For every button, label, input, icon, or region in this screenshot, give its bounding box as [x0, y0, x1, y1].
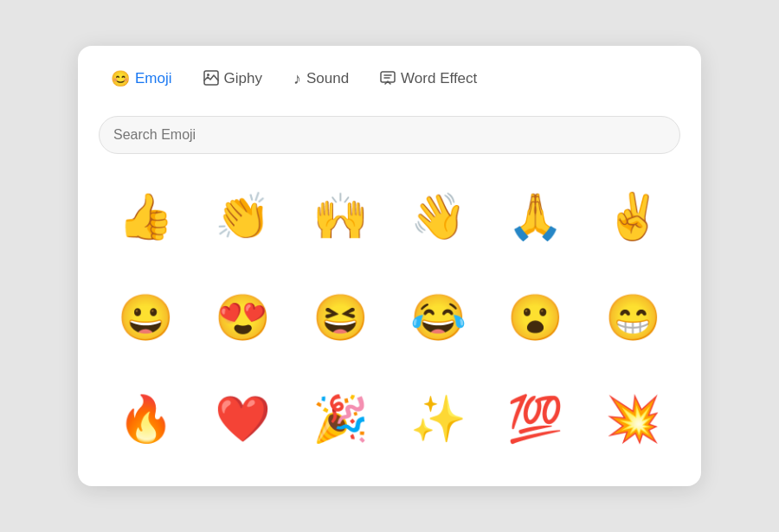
tab-bar: 😊 Emoji Giphy ♪ Sound [99, 63, 680, 102]
emoji-cell[interactable]: 😁 [586, 271, 680, 365]
emoji-cell[interactable]: 🙌 [293, 170, 388, 264]
emoji-tab-icon: 😊 [111, 71, 130, 87]
emoji-cell[interactable]: 👍 [99, 170, 193, 264]
emoji-cell[interactable]: 👋 [391, 170, 486, 264]
tab-word-effect[interactable]: Word Effect [368, 63, 489, 95]
emoji-cell[interactable]: 😀 [99, 271, 193, 365]
emoji-cell[interactable]: ❤️ [196, 371, 291, 465]
giphy-tab-icon [203, 70, 219, 88]
emoji-cell[interactable]: 🙏 [489, 170, 583, 264]
emoji-cell[interactable]: 😮 [489, 271, 583, 365]
emoji-cell[interactable]: 😍 [196, 271, 291, 365]
word-effect-tab-icon [380, 70, 396, 88]
sound-tab-icon: ♪ [293, 71, 301, 87]
sound-tab-label: Sound [306, 70, 349, 87]
emoji-cell[interactable]: 🔥 [99, 371, 193, 465]
tab-giphy[interactable]: Giphy [191, 63, 274, 95]
word-effect-tab-label: Word Effect [401, 70, 477, 87]
search-input[interactable] [99, 116, 680, 154]
emoji-cell[interactable]: 💯 [489, 371, 583, 465]
svg-rect-2 [381, 72, 395, 82]
tab-sound[interactable]: ♪ Sound [281, 63, 361, 94]
tab-emoji[interactable]: 😊 Emoji [99, 63, 184, 94]
emoji-grid: 👍👏🙌👋🙏✌️😀😍😆😂😮😁🔥❤️🎉✨💯💥 [99, 170, 680, 465]
emoji-picker: 😊 Emoji Giphy ♪ Sound [78, 46, 701, 486]
emoji-cell[interactable]: 💥 [586, 371, 680, 465]
emoji-tab-label: Emoji [135, 70, 172, 87]
emoji-cell[interactable]: 😆 [293, 271, 388, 365]
emoji-cell[interactable]: ✌️ [586, 170, 680, 264]
search-bar [99, 116, 680, 154]
emoji-cell[interactable]: 🎉 [293, 371, 388, 465]
emoji-cell[interactable]: ✨ [391, 371, 486, 465]
emoji-cell[interactable]: 👏 [196, 170, 291, 264]
giphy-tab-label: Giphy [224, 70, 262, 87]
svg-point-1 [207, 74, 209, 76]
emoji-cell[interactable]: 😂 [391, 271, 486, 365]
